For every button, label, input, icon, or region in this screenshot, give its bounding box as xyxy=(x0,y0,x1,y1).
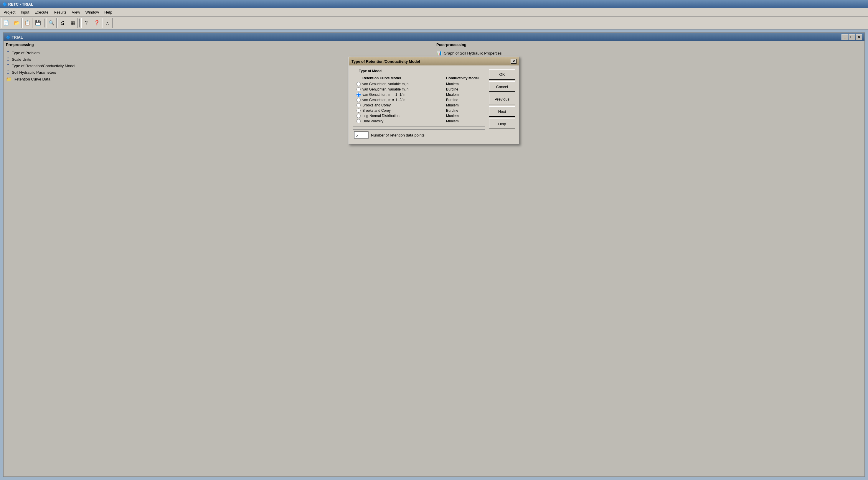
print-preview-icon: 🔍 xyxy=(49,20,55,26)
menu-project[interactable]: Project xyxy=(1,9,18,15)
model-row-4: Brooks and Corey Mualem xyxy=(355,102,483,108)
toolbar: 📄 📂 📋 💾 🔍 🖨 ▦ ? ❓ (c) xyxy=(0,17,868,29)
menu-help[interactable]: Help xyxy=(102,9,115,15)
copyright-icon: (c) xyxy=(106,21,110,25)
model-radio-2[interactable] xyxy=(356,93,361,97)
model-conductivity-5: Burdine xyxy=(446,109,482,113)
question-icon: ? xyxy=(85,20,88,26)
fieldset-legend: Type of Model xyxy=(358,69,383,73)
model-row-0: van Genuchten, variable m, n Mualem xyxy=(355,81,483,87)
model-radio-1[interactable] xyxy=(356,87,361,91)
data-points-label: Number of retention data points xyxy=(371,133,425,138)
model-label-4: Brooks and Corey xyxy=(363,103,444,107)
copyright-button[interactable]: (c) xyxy=(102,18,113,28)
menu-window[interactable]: Window xyxy=(83,9,101,15)
mdi-container: 🔷 TRIAL _ ❐ ✕ Pre-processing 🗒 Type of P… xyxy=(0,29,868,480)
data-points-input[interactable] xyxy=(354,131,369,139)
new-icon: 📄 xyxy=(3,20,9,26)
model-fieldset: Type of Model Retention Curve Model Cond… xyxy=(353,69,485,126)
app-title: RETC - TRIAL xyxy=(8,2,33,6)
model-conductivity-6: Mualem xyxy=(446,114,482,118)
model-row-6: Log-Normal Distribution Mualem xyxy=(355,113,483,119)
menu-execute[interactable]: Execute xyxy=(32,9,51,15)
print-button[interactable]: 🖨 xyxy=(57,18,67,28)
grid-button[interactable]: ▦ xyxy=(68,18,78,28)
model-radio-5[interactable] xyxy=(356,109,361,113)
dialog-body: Type of Model Retention Curve Model Cond… xyxy=(349,65,519,144)
menu-input[interactable]: Input xyxy=(18,9,32,15)
copy-button[interactable]: 📋 xyxy=(22,18,32,28)
model-conductivity-0: Mualem xyxy=(446,82,482,86)
menu-results[interactable]: Results xyxy=(51,9,69,15)
dialog-overlay: Type of Retention/Conductivity Model ✕ T… xyxy=(3,33,865,477)
model-label-0: van Genuchten, variable m, n xyxy=(363,82,444,86)
print-preview-button[interactable]: 🔍 xyxy=(46,18,57,28)
model-label-7: Dual Porosity xyxy=(363,119,444,123)
model-conductivity-3: Burdine xyxy=(446,98,482,102)
menu-bar: Project Input Execute Results View Windo… xyxy=(0,8,868,17)
save-button[interactable]: 💾 xyxy=(33,18,43,28)
mdi-window: 🔷 TRIAL _ ❐ ✕ Pre-processing 🗒 Type of P… xyxy=(3,32,865,477)
dialog-title-text: Type of Retention/Conductivity Model xyxy=(351,59,420,64)
model-radio-0[interactable] xyxy=(356,82,361,86)
dialog-close-button[interactable]: ✕ xyxy=(510,59,517,64)
dialog-main: Type of Model Retention Curve Model Cond… xyxy=(353,69,485,140)
model-row-5: Brooks and Corey Burdine xyxy=(355,108,483,113)
dialog-title-bar: Type of Retention/Conductivity Model ✕ xyxy=(349,57,519,65)
help-button[interactable]: ? xyxy=(81,18,91,28)
new-button[interactable]: 📄 xyxy=(1,18,11,28)
model-label-6: Log-Normal Distribution xyxy=(363,114,444,118)
print-icon: 🖨 xyxy=(60,20,64,26)
col-header-conductivity: Conductivity Model xyxy=(446,76,482,80)
data-points-row: Number of retention data points xyxy=(353,129,485,140)
model-label-5: Brooks and Corey xyxy=(363,109,444,113)
help-button[interactable]: Help xyxy=(489,119,515,129)
model-row-2: van Genuchten, m = 1 -1/ n Mualem xyxy=(355,92,483,97)
help-icon: ❓ xyxy=(94,20,100,26)
open-button[interactable]: 📂 xyxy=(12,18,22,28)
model-table-header: Retention Curve Model Conductivity Model xyxy=(355,76,483,81)
model-label-2: van Genuchten, m = 1 -1/ n xyxy=(363,93,444,97)
open-icon: 📂 xyxy=(14,20,20,26)
model-radio-4[interactable] xyxy=(356,103,361,107)
save-icon: 💾 xyxy=(35,20,41,26)
app-icon: 🔷 xyxy=(2,2,7,6)
model-row-1: van Genuchten, variable m, n Burdine xyxy=(355,87,483,92)
grid-icon: ▦ xyxy=(71,20,75,26)
model-radio-6[interactable] xyxy=(356,114,361,118)
previous-button[interactable]: Previous xyxy=(489,94,515,104)
toolbar-separator-2 xyxy=(79,19,80,27)
copy-icon: 📋 xyxy=(25,20,30,26)
model-radio-3[interactable] xyxy=(356,98,361,102)
dialog-buttons: OK Cancel Previous Next Help xyxy=(489,69,515,140)
model-conductivity-1: Burdine xyxy=(446,87,482,91)
model-conductivity-4: Mualem xyxy=(446,103,482,107)
ok-button[interactable]: OK xyxy=(489,69,515,80)
dialog: Type of Retention/Conductivity Model ✕ T… xyxy=(348,57,520,145)
help2-button[interactable]: ❓ xyxy=(92,18,102,28)
menu-view[interactable]: View xyxy=(69,9,83,15)
toolbar-separator-1 xyxy=(44,19,45,27)
model-conductivity-2: Mualem xyxy=(446,93,482,97)
model-radio-7[interactable] xyxy=(356,119,361,123)
model-label-3: van Genuchten, m = 1 -2/ n xyxy=(363,98,444,102)
cancel-button[interactable]: Cancel xyxy=(489,81,515,92)
model-conductivity-7: Mualem xyxy=(446,119,482,123)
model-label-1: van Genuchten, variable m, n xyxy=(363,87,444,91)
title-bar: 🔷 RETC - TRIAL xyxy=(0,0,868,8)
model-row-7: Dual Porosity Mualem xyxy=(355,119,483,124)
col-header-retention: Retention Curve Model xyxy=(363,76,446,80)
next-button[interactable]: Next xyxy=(489,106,515,117)
model-row-3: van Genuchten, m = 1 -2/ n Burdine xyxy=(355,97,483,102)
